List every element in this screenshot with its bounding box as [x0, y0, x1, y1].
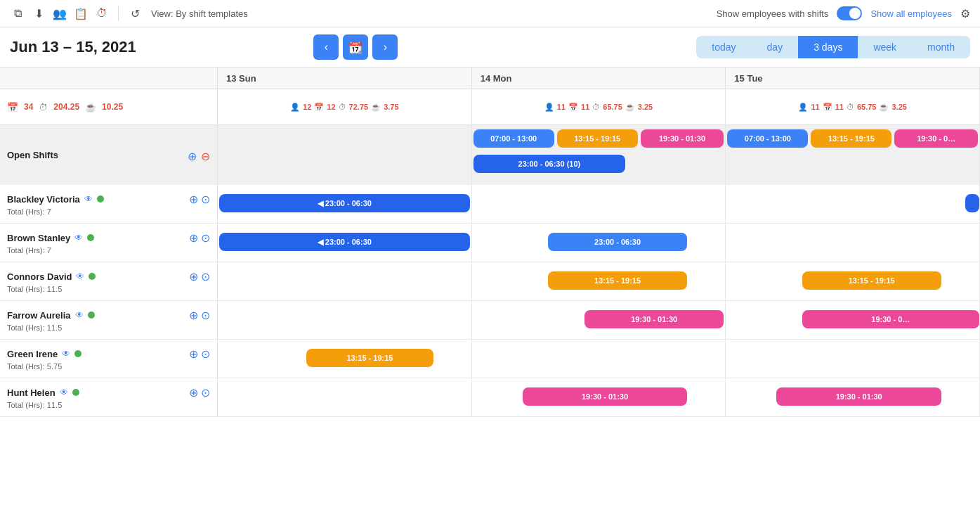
employee-row-green: Green Irene 👁 ⊕ ⊙ Total (Hrs): 5.75 13:1… [0, 340, 980, 378]
brown-eye-icon[interactable]: 👁 [74, 233, 83, 243]
brown-schedule: ◀ 23:00 - 06:30 23:00 - 06:30 [218, 224, 980, 262]
header-day-1: 14 Mon [472, 68, 726, 89]
brown-name: Brown Stanley [7, 233, 70, 243]
brown-clock-icon[interactable]: ⊙ [201, 231, 210, 245]
month-button[interactable]: month [912, 36, 970, 58]
day-headers-row: 13 Sun 14 Mon 15 Tue [0, 68, 980, 89]
open-shift-block-3[interactable]: 23:00 - 06:30 (10) [473, 155, 625, 173]
copy-icon[interactable]: ⧉ [10, 6, 25, 21]
open-shift-block-2[interactable]: 19:30 - 01:30 [641, 129, 724, 148]
app-container: ⧉ ⬇ 👥 📋 ⏱ ↺ View: By shift templates Sho… [0, 0, 980, 417]
3days-button[interactable]: 3 days [798, 36, 858, 58]
d0-clock: 72.75 [349, 103, 369, 111]
farrow-add-icon[interactable]: ⊕ [189, 309, 198, 322]
hunt-add-icon[interactable]: ⊕ [189, 386, 198, 399]
stat-val-3: 10.25 [102, 102, 123, 112]
farrow-day-0 [218, 301, 472, 340]
open-shift-block-6[interactable]: 19:30 - 0… [894, 129, 978, 148]
toolbar: ⧉ ⬇ 👥 📋 ⏱ ↺ View: By shift templates Sho… [0, 0, 980, 27]
open-shift-day-1: 07:00 - 13:00 13:15 - 19:15 19:30 - 01:3… [472, 125, 726, 185]
today-button[interactable]: today [696, 36, 751, 58]
employee-row-hunt: Hunt Helen 👁 ⊕ ⊙ Total (Hrs): 11.5 19:30… [0, 378, 980, 417]
d2-coffee: 3.25 [891, 103, 906, 111]
brown-shift-1[interactable]: 23:00 - 06:30 [548, 233, 687, 251]
download-icon[interactable]: ⬇ [31, 6, 46, 21]
blackley-add-icon[interactable]: ⊕ [189, 193, 198, 206]
schedule-table: 13 Sun 14 Mon 15 Tue 📅 34 ⏱ 204.25 ☕ 10.… [0, 68, 980, 417]
green-shift-0[interactable]: 13:15 - 19:15 [306, 349, 433, 367]
add-open-shift-icon[interactable]: ⊕ [188, 150, 197, 163]
nav-controls: ‹ 📆 › [313, 34, 398, 60]
prev-button[interactable]: ‹ [313, 34, 339, 60]
open-shift-block-4[interactable]: 07:00 - 13:00 [727, 129, 808, 148]
brown-day-2 [726, 224, 980, 262]
connors-add-icon[interactable]: ⊕ [189, 270, 198, 283]
open-shift-block-5[interactable]: 13:15 - 19:15 [811, 129, 891, 148]
green-eye-icon[interactable]: 👁 [62, 349, 70, 359]
open-shift-day-0 [218, 125, 472, 185]
farrow-shift-1[interactable]: 19:30 - 0… [802, 310, 979, 328]
connors-name: Connors David [7, 271, 72, 282]
overall-stats: 📅 34 ⏱ 204.25 ☕ 10.25 [0, 89, 218, 124]
farrow-actions: ⊕ ⊙ [189, 309, 210, 322]
farrow-eye-icon[interactable]: 👁 [75, 310, 84, 320]
d1-person: 11 [557, 103, 566, 111]
green-status-dot [74, 350, 81, 357]
connors-shift-1[interactable]: 13:15 - 19:15 [802, 271, 941, 290]
header-right: 13 Sun 14 Mon 15 Tue [218, 68, 980, 89]
hunt-shift-0[interactable]: 19:30 - 01:30 [523, 387, 687, 406]
blackley-shift-overflow[interactable] [965, 194, 979, 212]
brown-add-icon[interactable]: ⊕ [189, 231, 198, 245]
day-stat-1: 👤 11 📅 11 ⏱ 65.75 ☕ 3.25 [472, 89, 726, 124]
blackley-day-0: ◀ 23:00 - 06:30 [218, 185, 472, 224]
week-button[interactable]: week [858, 36, 912, 58]
blackley-name: Blackley Victoria [7, 194, 80, 205]
blackley-shift-0[interactable]: ◀ 23:00 - 06:30 [219, 194, 470, 212]
connors-eye-icon[interactable]: 👁 [76, 271, 84, 281]
blackley-clock-icon[interactable]: ⊙ [201, 193, 210, 206]
farrow-schedule: 19:30 - 01:30 19:30 - 0… [218, 301, 980, 339]
green-clock-icon[interactable]: ⊙ [201, 347, 210, 361]
connors-schedule: 13:15 - 19:15 13:15 - 19:15 [218, 262, 980, 300]
open-shifts-name-row: Open Shifts ⊕ ⊖ [7, 147, 210, 163]
farrow-day-1: 19:30 - 01:30 [472, 301, 726, 340]
day-stats: 👤 12 📅 12 ⏱ 72.75 ☕ 3.75 👤 11 📅 11 ⏱ 65 [218, 89, 980, 124]
day-stat-0: 👤 12 📅 12 ⏱ 72.75 ☕ 3.75 [218, 89, 472, 124]
d2-clock: 65.75 [857, 103, 877, 111]
date-range: Jun 13 – 15, 2021 [10, 38, 164, 56]
hunt-shift-1[interactable]: 19:30 - 01:30 [776, 387, 941, 406]
day-button[interactable]: day [752, 36, 799, 58]
green-add-icon[interactable]: ⊕ [189, 347, 198, 361]
open-shift-block-1[interactable]: 13:15 - 19:15 [557, 129, 638, 148]
brown-shift-0[interactable]: ◀ 23:00 - 06:30 [219, 233, 470, 251]
add-person-icon[interactable]: 👥 [52, 6, 67, 21]
farrow-shift-0[interactable]: 19:30 - 01:30 [584, 310, 724, 328]
connors-total: Total (Hrs): 11.5 [7, 285, 210, 293]
calendar-icon[interactable]: 📋 [73, 6, 89, 21]
employee-row-connors: Connors David 👁 ⊕ ⊙ Total (Hrs): 11.5 13… [0, 262, 980, 301]
brown-day-1: 23:00 - 06:30 [472, 224, 726, 262]
next-button[interactable]: › [372, 34, 398, 60]
d1-clock: 65.75 [603, 103, 622, 111]
farrow-clock-icon[interactable]: ⊙ [201, 309, 210, 322]
hunt-eye-icon[interactable]: 👁 [60, 387, 68, 397]
header-left-empty [0, 68, 218, 89]
clock-icon[interactable]: ⏱ [94, 6, 110, 21]
settings-icon[interactable]: ⚙ [960, 7, 970, 20]
blackley-eye-icon[interactable]: 👁 [84, 194, 93, 204]
employees-toggle[interactable] [837, 6, 862, 20]
refresh-icon[interactable]: ↺ [127, 6, 143, 21]
connors-clock-icon[interactable]: ⊙ [201, 270, 210, 283]
connors-actions: ⊕ ⊙ [189, 270, 210, 283]
calendar-picker-button[interactable]: 📆 [343, 34, 368, 60]
open-shifts-schedule: 07:00 - 13:00 13:15 - 19:15 19:30 - 01:3… [218, 125, 980, 185]
connors-shift-0[interactable]: 13:15 - 19:15 [548, 271, 687, 290]
blackley-total: Total (Hrs): 7 [7, 207, 210, 216]
hunt-clock-icon[interactable]: ⊙ [201, 386, 210, 399]
d0-coffee: 3.75 [384, 103, 398, 111]
hunt-left: Hunt Helen 👁 ⊕ ⊙ Total (Hrs): 11.5 [0, 378, 218, 416]
remove-open-shift-icon[interactable]: ⊖ [201, 150, 210, 163]
show-all-employees-link[interactable]: Show all employees [870, 8, 952, 19]
connors-day-2: 13:15 - 19:15 [726, 262, 980, 301]
open-shift-block-0[interactable]: 07:00 - 13:00 [473, 129, 554, 148]
